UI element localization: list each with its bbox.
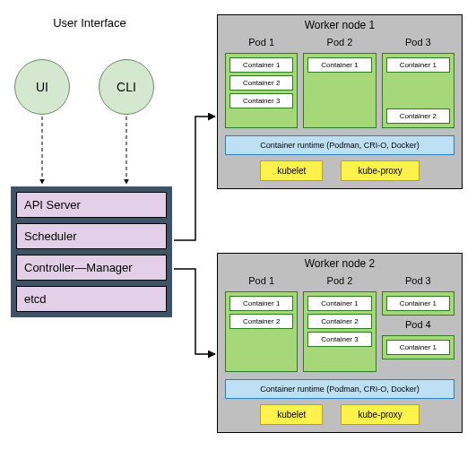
container-box: Container 3: [307, 332, 371, 347]
cli-label: CLI: [117, 80, 136, 94]
container-box: Container 2: [229, 75, 293, 91]
pod-title: Pod 4: [382, 319, 454, 332]
container-box: Container 1: [386, 340, 450, 355]
etcd-box: etcd: [16, 286, 167, 312]
ui-label: UI: [36, 80, 48, 94]
pod-box: Container 1: [303, 53, 376, 128]
worker-node-2: Worker node 2 Pod 1 Container 1 Containe…: [217, 253, 463, 433]
kubelet-box: kubelet: [260, 160, 323, 181]
pod-title: Pod 3: [382, 37, 454, 49]
runtime-box: Container runtime (Podman, CRI-O, Docker…: [225, 135, 454, 155]
pod-title: Pod 2: [303, 37, 376, 49]
container-box: Container 1: [229, 296, 293, 311]
control-plane: API Server Scheduler Controller—Manager …: [11, 186, 172, 317]
container-box: Container 1: [307, 57, 371, 73]
pod-box: Container 1 Container 2: [225, 291, 298, 372]
pod-title: Pod 3: [382, 275, 454, 288]
scheduler-box: Scheduler: [16, 223, 167, 249]
container-box: Container 1: [229, 57, 293, 73]
ui-circle: UI: [14, 59, 70, 115]
pod-box: Container 1: [382, 335, 454, 359]
container-box: Container 1: [386, 57, 450, 73]
pod-box: Container 1 Container 2 Container 3: [303, 291, 376, 372]
pod-title: Pod 1: [225, 37, 298, 49]
pod-box: Container 1 Container 2: [382, 53, 454, 128]
arrow-cp-to-worker2: [174, 269, 215, 354]
container-box: Container 3: [229, 93, 293, 108]
container-box: Container 2: [307, 314, 371, 329]
worker-1-title: Worker node 1: [218, 19, 462, 31]
pod-title: Pod 2: [303, 275, 376, 288]
cli-circle: CLI: [99, 59, 154, 115]
pod-title: Pod 1: [225, 275, 298, 288]
api-server-box: API Server: [16, 192, 167, 218]
user-interface-title: User Interface: [49, 16, 130, 30]
container-box: Container 2: [386, 108, 450, 124]
kube-proxy-box: kube-proxy: [341, 404, 419, 425]
pod-box: Container 1 Container 2 Container 3: [225, 53, 298, 128]
kubelet-box: kubelet: [260, 404, 323, 425]
container-box: Container 1: [307, 296, 371, 311]
worker-node-1: Worker node 1 Pod 1 Container 1 Containe…: [217, 14, 463, 189]
container-box: Container 2: [229, 314, 293, 329]
worker-2-title: Worker node 2: [218, 257, 462, 270]
runtime-box: Container runtime (Podman, CRI-O, Docker…: [225, 379, 454, 399]
container-box: Container 1: [386, 296, 450, 311]
controller-manager-box: Controller—Manager: [16, 255, 167, 281]
arrow-cp-to-worker1: [174, 117, 215, 240]
kube-proxy-box: kube-proxy: [341, 160, 419, 181]
pod-box: Container 1: [382, 291, 454, 316]
